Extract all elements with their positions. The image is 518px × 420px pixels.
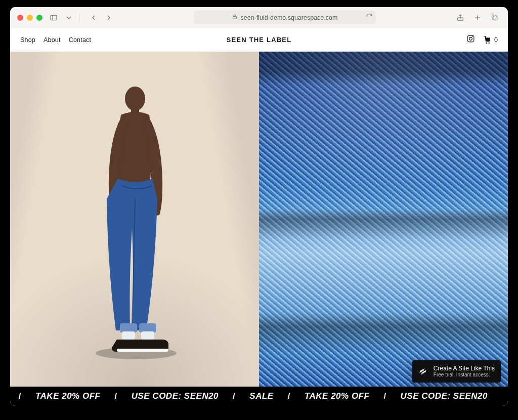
svg-rect-1 xyxy=(233,17,236,19)
site-brand[interactable]: SEEN THE LABEL xyxy=(227,36,292,44)
svg-rect-16 xyxy=(141,331,154,340)
sidebar-toggle-icon[interactable] xyxy=(48,12,60,24)
refresh-icon[interactable] xyxy=(366,13,373,22)
new-tab-icon[interactable] xyxy=(471,12,484,24)
svg-rect-14 xyxy=(139,323,156,332)
model-figure xyxy=(76,77,193,361)
marquee-divider: / xyxy=(19,391,21,401)
forward-button[interactable] xyxy=(103,12,115,24)
instagram-icon[interactable] xyxy=(466,34,475,45)
hero-image-model xyxy=(10,52,259,387)
svg-rect-13 xyxy=(120,323,137,332)
promo-marquee: LE / TAKE 20% OFF / USE CODE: SEEN20 / S… xyxy=(10,387,508,406)
nav-about[interactable]: About xyxy=(44,36,61,44)
marquee-divider: / xyxy=(233,391,235,401)
svg-point-8 xyxy=(486,42,487,43)
marquee-item: TAKE 20% OFF xyxy=(305,391,369,401)
svg-rect-4 xyxy=(492,15,496,19)
window-fullscreen-button[interactable] xyxy=(36,15,42,21)
chrome-separator xyxy=(79,14,79,22)
svg-point-9 xyxy=(489,42,490,43)
squarespace-logo-icon xyxy=(417,366,428,377)
share-icon[interactable] xyxy=(454,12,466,24)
site-header: Shop About Contact SEEN THE LABEL 0 xyxy=(10,28,508,52)
squarespace-cta[interactable]: Create A Site Like This Free trial. Inst… xyxy=(412,360,501,383)
back-button[interactable] xyxy=(88,12,100,24)
svg-rect-3 xyxy=(493,16,497,20)
primary-nav: Shop About Contact xyxy=(20,36,91,44)
cta-subtitle: Free trial. Instant access. xyxy=(434,372,495,378)
marquee-item: USE CODE: SEEN20 xyxy=(132,391,219,401)
window-traffic-lights xyxy=(17,15,42,21)
cart-button[interactable]: 0 xyxy=(482,35,498,45)
browser-chrome: seen-fluid-demo.squarespace.com xyxy=(10,7,508,28)
marquee-item: SALE xyxy=(249,391,273,401)
marquee-divider: / xyxy=(114,391,117,401)
nav-contact[interactable]: Contact xyxy=(69,36,91,44)
nav-shop[interactable]: Shop xyxy=(20,36,35,44)
address-bar-url: seen-fluid-demo.squarespace.com xyxy=(241,14,338,21)
marquee-divider: / xyxy=(383,391,386,401)
tabs-overview-icon[interactable] xyxy=(489,12,501,24)
address-bar[interactable]: seen-fluid-demo.squarespace.com xyxy=(194,11,376,24)
hero xyxy=(10,52,508,387)
denim-texture xyxy=(259,52,508,387)
window-close-button[interactable] xyxy=(17,15,23,21)
hero-image-denim xyxy=(259,52,508,387)
marquee-item: TAKE 20% OFF xyxy=(35,391,100,401)
svg-rect-15 xyxy=(122,331,135,340)
marquee-item: USE CODE: SEEN20 xyxy=(401,391,488,401)
svg-point-11 xyxy=(125,87,145,111)
marquee-divider: / xyxy=(288,391,290,401)
window-minimize-button[interactable] xyxy=(27,15,33,21)
svg-rect-18 xyxy=(139,349,168,352)
svg-rect-0 xyxy=(51,15,57,20)
svg-rect-5 xyxy=(467,35,474,42)
lock-icon xyxy=(232,14,238,21)
svg-point-6 xyxy=(469,37,472,40)
cart-count: 0 xyxy=(494,36,498,44)
chevron-down-icon[interactable] xyxy=(65,12,73,24)
cta-title: Create A Site Like This xyxy=(434,365,495,372)
svg-point-7 xyxy=(472,36,473,37)
